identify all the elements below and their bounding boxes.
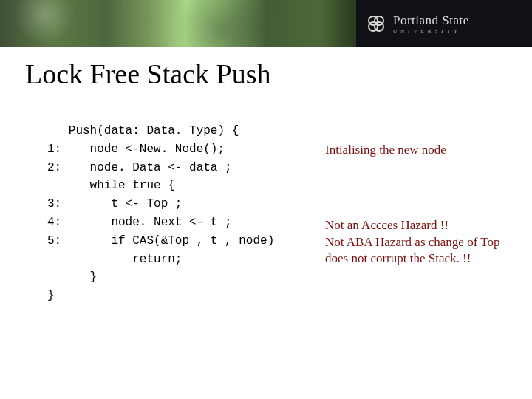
svg-point-3 xyxy=(375,22,383,31)
header-banner: Portland State UNIVERSITY xyxy=(0,0,532,47)
university-subtitle: UNIVERSITY xyxy=(393,29,469,34)
university-logo: Portland State UNIVERSITY xyxy=(365,13,469,35)
interlock-icon xyxy=(365,13,387,35)
annotation-not-access-hazard: Not an Accces Hazard !! xyxy=(325,217,517,233)
slide-title: Lock Free Stack Push xyxy=(9,47,523,95)
annotation-initialising: Intialising the new node xyxy=(325,142,517,158)
annotation-not-aba-hazard: Not ABA Hazard as change of Top does not… xyxy=(325,234,517,267)
university-branding: Portland State UNIVERSITY xyxy=(356,0,532,47)
university-name: Portland State xyxy=(393,14,469,27)
slide-body: Push(data: Data. Type) { 1: node <-New. … xyxy=(0,95,532,305)
